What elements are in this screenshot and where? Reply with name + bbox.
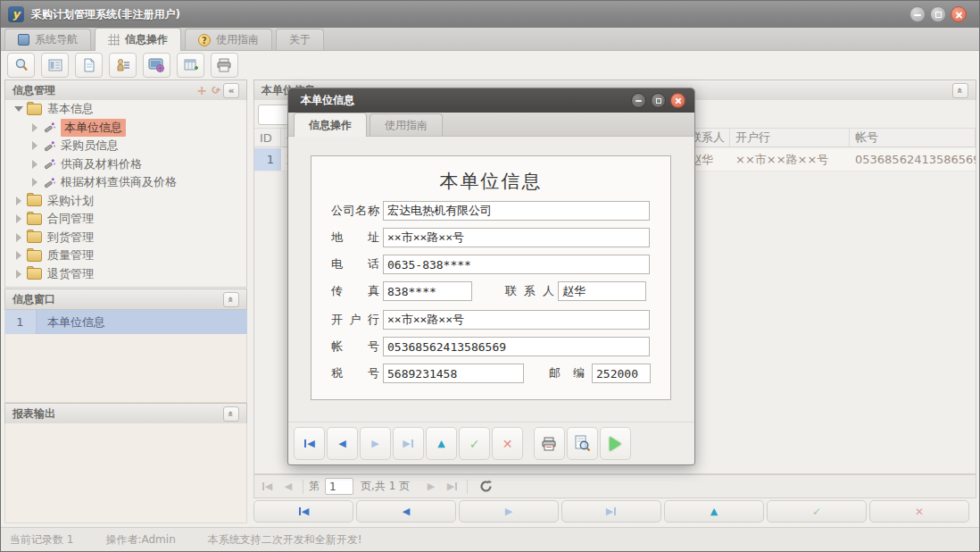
monitor-globe-button[interactable] xyxy=(143,53,170,78)
address-field[interactable] xyxy=(383,228,650,247)
pager-refresh-icon[interactable] xyxy=(477,478,494,496)
close-icon[interactable] xyxy=(951,6,967,22)
application-window: y 采购计划管理系统(非注册用户) 系统导航 信息操作 ? 使用指南 关于 xyxy=(0,0,980,552)
tree-node-basic-info[interactable]: 基本信息 xyxy=(5,100,246,119)
nav-edit-button[interactable]: ▲ xyxy=(426,427,457,460)
nav-prev-button[interactable]: ◀ xyxy=(327,427,358,460)
collapse-left-panel-button[interactable]: « xyxy=(223,83,239,98)
pager-last-icon[interactable]: ▶ xyxy=(444,478,461,496)
minimize-icon[interactable] xyxy=(909,6,926,22)
tree-node-arrival-manage[interactable]: 到货管理 xyxy=(5,229,246,247)
print-preview-button[interactable] xyxy=(567,427,598,460)
user-config-icon xyxy=(115,57,131,73)
zip-field[interactable] xyxy=(592,364,651,383)
tree-node-quality-manage[interactable]: 质量管理 xyxy=(5,247,246,265)
collapse-info-window-button[interactable]: « xyxy=(223,292,239,307)
tree-node-supplier-price[interactable]: 供商及材料价格 xyxy=(5,155,246,174)
tree-label: 采购计划 xyxy=(47,193,94,209)
dialog-titlebar[interactable]: 本单位信息 xyxy=(288,88,694,113)
next-record-button[interactable]: ▶ xyxy=(459,500,559,523)
confirm-button[interactable]: ✓ xyxy=(767,500,867,523)
tax-field[interactable] xyxy=(383,364,524,383)
tab-system-nav[interactable]: 系统导航 xyxy=(4,29,91,50)
expanded-arrow-icon[interactable] xyxy=(14,106,23,112)
dialog-tab-user-guide[interactable]: 使用指南 xyxy=(370,113,443,136)
tab-about[interactable]: 关于 xyxy=(276,29,324,50)
report-output-panel-header: 报表输出 « xyxy=(4,403,247,424)
company-field[interactable] xyxy=(383,201,650,221)
collapsed-arrow-icon[interactable] xyxy=(32,160,37,169)
tool-icon xyxy=(43,157,56,171)
tree-node-company-info[interactable]: 本单位信息 xyxy=(5,119,246,138)
pager-first-icon[interactable]: ◀ xyxy=(258,478,276,496)
table-add-icon xyxy=(183,57,199,73)
collapsed-arrow-icon[interactable] xyxy=(32,123,37,132)
account-field[interactable] xyxy=(383,337,650,356)
search-button[interactable] xyxy=(7,53,35,78)
tab-user-guide[interactable]: ? 使用指南 xyxy=(185,29,272,50)
tree-node-return-manage[interactable]: 退货管理 xyxy=(5,265,246,284)
tool-icon xyxy=(43,176,56,189)
info-window-row[interactable]: 1 本单位信息 xyxy=(4,310,247,334)
contact-field[interactable] xyxy=(558,281,646,301)
dialog-tab-info-operation[interactable]: 信息操作 xyxy=(294,113,367,137)
folder-icon xyxy=(27,104,42,115)
tab-label: 使用指南 xyxy=(216,32,259,47)
tree-node-purchase-plan[interactable]: 采购计划 xyxy=(5,192,246,211)
column-header-bank[interactable]: 开户行 xyxy=(730,129,850,146)
page-number-input[interactable] xyxy=(325,478,353,495)
info-manage-panel-header: 信息管理 + ↺ « xyxy=(4,79,247,101)
prev-record-button[interactable]: ◀ xyxy=(356,500,456,523)
maximize-icon[interactable] xyxy=(930,6,946,22)
edit-record-button[interactable]: ▲ xyxy=(664,500,764,523)
collapse-main-panel-button[interactable]: « xyxy=(952,83,968,98)
form-view-button[interactable] xyxy=(41,53,69,78)
printer-button[interactable] xyxy=(211,53,238,78)
phone-field[interactable] xyxy=(383,255,650,274)
fax-field[interactable] xyxy=(383,281,472,301)
tree-label: 根据材料查供商及价格 xyxy=(61,174,177,190)
panel-title: 信息管理 xyxy=(12,83,55,98)
column-header-account[interactable]: 帐号 xyxy=(850,129,976,146)
table-add-button[interactable] xyxy=(177,53,204,78)
bank-field[interactable] xyxy=(383,310,650,330)
status-message: 本系统支持二次开发和全新开发! xyxy=(208,532,362,548)
dialog-maximize-icon[interactable] xyxy=(651,93,666,108)
print-icon xyxy=(541,436,558,452)
dialog-minimize-icon[interactable] xyxy=(631,93,646,108)
play-icon xyxy=(610,437,621,451)
print-button[interactable] xyxy=(534,427,565,460)
nav-last-button[interactable]: ▶ xyxy=(393,427,424,460)
new-document-button[interactable] xyxy=(75,53,103,78)
first-record-button[interactable]: ◀ xyxy=(253,500,353,523)
last-record-button[interactable]: ▶ xyxy=(561,500,661,523)
collapsed-arrow-icon[interactable] xyxy=(32,141,37,150)
tree-node-material-supplier[interactable]: 根据材料查供商及价格 xyxy=(5,173,246,192)
run-button[interactable] xyxy=(600,427,631,460)
cancel-button[interactable]: ✕ xyxy=(869,500,969,523)
collapsed-arrow-icon[interactable] xyxy=(32,178,37,187)
tree-label: 采购员信息 xyxy=(61,138,119,154)
tree-node-contract-manage[interactable]: 合同管理 xyxy=(5,210,246,229)
tab-info-operation[interactable]: 信息操作 xyxy=(95,28,181,51)
dialog-close-icon[interactable] xyxy=(670,93,685,108)
collapsed-arrow-icon[interactable] xyxy=(16,233,21,242)
nav-cancel-button[interactable]: ✕ xyxy=(492,427,523,460)
tree-node-buyer-info[interactable]: 采购员信息 xyxy=(5,137,246,155)
collapsed-arrow-icon[interactable] xyxy=(16,197,21,205)
user-config-button[interactable] xyxy=(109,53,137,78)
collapsed-arrow-icon[interactable] xyxy=(16,270,21,279)
dialog-title: 本单位信息 xyxy=(301,93,354,108)
nav-first-button[interactable]: ◀ xyxy=(294,427,325,460)
column-header-id[interactable]: ID xyxy=(254,129,281,146)
collapsed-arrow-icon[interactable] xyxy=(16,214,21,223)
pager-prev-icon[interactable]: ◀ xyxy=(279,478,297,496)
collapse-report-panel-button[interactable]: « xyxy=(223,406,239,422)
main-tabbar: 系统导航 信息操作 ? 使用指南 关于 xyxy=(1,28,979,51)
collapsed-arrow-icon[interactable] xyxy=(16,251,21,260)
nav-confirm-button[interactable]: ✓ xyxy=(459,427,490,460)
row-number: 1 xyxy=(4,310,37,334)
folder-icon xyxy=(27,250,42,262)
nav-next-button[interactable]: ▶ xyxy=(360,427,391,460)
pager-next-icon[interactable]: ▶ xyxy=(422,478,440,496)
